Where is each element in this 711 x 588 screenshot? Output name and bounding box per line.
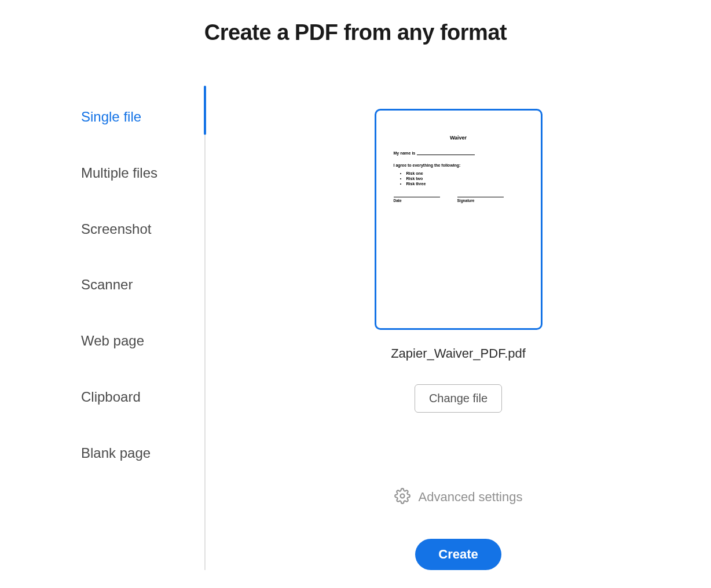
sidebar-item-screenshot[interactable]: Screenshot [81,221,204,238]
doc-signature-label: Signature [457,199,504,203]
gear-icon [394,488,411,506]
doc-bullets: Risk one Risk two Risk three [394,171,523,186]
doc-bullet: Risk three [406,181,523,186]
doc-title: Waiver [394,135,523,141]
sidebar-item-label: Screenshot [81,221,151,237]
file-name: Zapier_Waiver_PDF.pdf [391,346,526,361]
advanced-settings-label: Advanced settings [419,490,523,505]
doc-bullet: Risk two [406,176,523,181]
sidebar-item-blank-page[interactable]: Blank page [81,445,204,462]
sidebar-item-multiple-files[interactable]: Multiple files [81,165,204,182]
sidebar-item-single-file[interactable]: Single file [81,109,204,126]
doc-date-line [394,197,440,197]
sidebar-item-label: Blank page [81,445,151,461]
svg-point-0 [400,494,404,498]
sidebar-item-scanner[interactable]: Scanner [81,277,204,293]
doc-signature-box: Signature [457,197,504,203]
file-preview[interactable]: Waiver My name is I agree to everything … [375,109,543,330]
doc-agree-text: I agree to everything the following: [394,163,523,167]
sidebar-item-web-page[interactable]: Web page [81,333,204,350]
doc-name-prefix: My name is [394,151,416,155]
sidebar-item-label: Web page [81,333,144,348]
sidebar-item-clipboard[interactable]: Clipboard [81,389,204,406]
doc-signature-row: Date Signature [394,197,523,203]
sidebar-item-label: Scanner [81,277,133,292]
doc-date-box: Date [394,197,440,203]
doc-name-underline [417,151,475,155]
sidebar: Single file Multiple files Screenshot Sc… [81,109,206,570]
change-file-button[interactable]: Change file [415,384,502,413]
doc-bullet: Risk one [406,171,523,176]
document-thumbnail: Waiver My name is I agree to everything … [376,111,541,214]
sidebar-item-label: Single file [81,109,141,124]
sidebar-item-label: Clipboard [81,389,141,405]
doc-name-line: My name is [394,151,523,155]
sidebar-item-label: Multiple files [81,165,157,181]
create-button[interactable]: Create [415,539,501,570]
main-panel: Waiver My name is I agree to everything … [206,109,711,570]
active-indicator [204,86,206,135]
page-title: Create a PDF from any format [0,20,711,45]
doc-signature-line [457,197,504,197]
advanced-settings-link[interactable]: Advanced settings [394,488,523,506]
doc-date-label: Date [394,199,440,203]
